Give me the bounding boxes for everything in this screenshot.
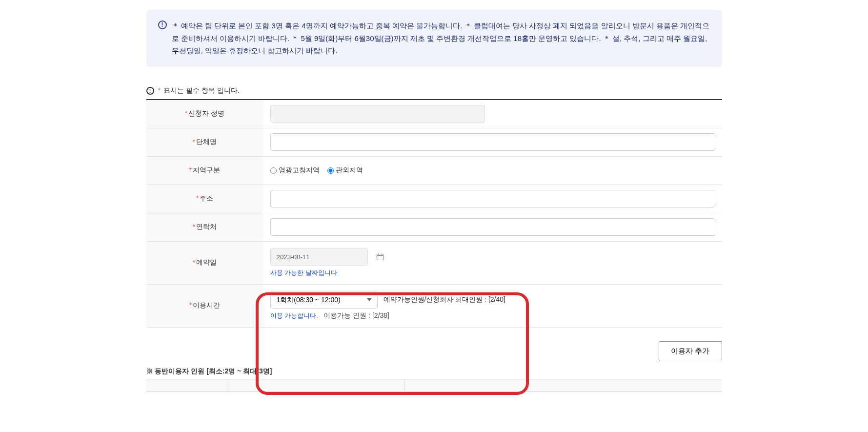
region-option-1[interactable]: 영광고창지역 (270, 166, 320, 175)
notice-text: ＊ 예약은 팀 단위로 본인 포함 3명 혹은 4명까지 예약가능하고 중복 예… (172, 20, 710, 57)
group-name-input[interactable] (270, 133, 715, 151)
label-time: *이용시간 (146, 285, 263, 327)
label-applicant-name: *신청자 성명 (146, 100, 263, 128)
form-table: *신청자 성명 *단체명 *지역구분 (146, 99, 722, 328)
label-group-name: *단체명 (146, 128, 263, 156)
companion-table (146, 379, 722, 391)
companion-title: ※ 동반이용자 인원 [최소:2명 ~ 최대:3명] (146, 367, 722, 376)
region-option-2-label: 관외지역 (336, 166, 363, 175)
svg-rect-0 (377, 254, 383, 260)
region-option-1-label: 영광고창지역 (279, 166, 320, 175)
add-user-button[interactable]: 이용자 추가 (659, 341, 722, 361)
label-phone: *연락처 (146, 213, 263, 241)
label-date: *예약일 (146, 242, 263, 284)
info-icon-small: ! (146, 87, 154, 95)
label-address: *주소 (146, 185, 263, 213)
capacity-label: 예약가능인원/신청회차 최대인원 : [2/40] (384, 295, 505, 304)
star-mark: * (158, 86, 161, 94)
date-helper-text: 사용 가능한 날짜입니다 (270, 268, 715, 277)
applicant-name-input (270, 105, 485, 123)
address-input[interactable] (270, 190, 715, 207)
phone-input[interactable] (270, 218, 715, 236)
date-input[interactable] (270, 248, 368, 266)
label-region: *지역구분 (146, 157, 263, 185)
region-radio-group: 영광고창지역 관외지역 (270, 166, 363, 175)
notice-box: ! ＊ 예약은 팀 단위로 본인 포함 3명 혹은 4명까지 예약가능하고 중복… (146, 10, 722, 67)
region-radio-2[interactable] (327, 167, 334, 174)
calendar-icon[interactable] (376, 252, 384, 261)
time-helper-count: 이용가능 인원 : [2/38] (323, 311, 389, 319)
time-helper-status: 이용 가능합니다. (270, 312, 318, 319)
region-radio-1[interactable] (270, 167, 277, 174)
info-icon: ! (158, 21, 167, 29)
time-select[interactable]: 1회차(08:30 ~ 12:00) (270, 291, 378, 309)
region-option-2[interactable]: 관외지역 (327, 166, 363, 175)
required-note-text: 표시는 필수 항목 입니다. (163, 86, 240, 94)
required-note: ! * 표시는 필수 항목 입니다. (146, 86, 722, 95)
